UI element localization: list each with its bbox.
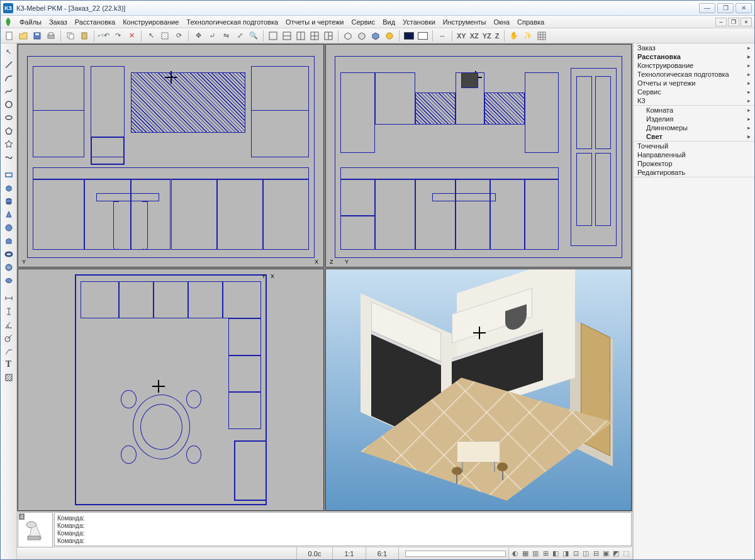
wireframe-icon[interactable] xyxy=(342,30,354,42)
axis-z-button[interactable]: Z xyxy=(494,32,501,40)
layout-3-icon[interactable] xyxy=(322,30,335,42)
dimension-radius-icon[interactable] xyxy=(3,332,15,344)
mdi-close-button[interactable]: × xyxy=(741,18,752,26)
prism-solid-icon[interactable] xyxy=(3,235,15,247)
arc-tool-icon[interactable] xyxy=(3,72,15,84)
redo-icon[interactable]: ↷ xyxy=(111,30,124,42)
new-file-icon[interactable] xyxy=(3,30,16,42)
sphere-solid-icon[interactable] xyxy=(3,221,15,234)
viewport-side[interactable]: Z Y xyxy=(325,44,632,267)
status-icon[interactable]: ◨ xyxy=(561,549,571,557)
grid-icon[interactable] xyxy=(535,30,548,42)
menu-service[interactable]: Сервис xyxy=(348,17,379,27)
menu-view[interactable]: Вид xyxy=(379,17,399,27)
menu-order[interactable]: Заказ xyxy=(45,17,71,27)
status-icon[interactable]: ◐ xyxy=(510,549,520,557)
sp-item-arrangement[interactable]: Расстановка▸ xyxy=(634,52,754,61)
status-icon[interactable]: ⬚ xyxy=(621,549,631,557)
ellipse-tool-icon[interactable] xyxy=(3,111,15,124)
cone-solid-icon[interactable] xyxy=(3,208,15,221)
save-file-icon[interactable] xyxy=(31,30,43,42)
viewport-top[interactable]: Y X xyxy=(18,269,324,511)
hatch-tool-icon[interactable] xyxy=(3,371,15,384)
status-icon[interactable]: ⊟ xyxy=(591,549,601,557)
rect-surface-icon[interactable] xyxy=(3,169,15,181)
menu-tech[interactable]: Технологическая подготовка xyxy=(182,17,282,27)
print-icon[interactable] xyxy=(45,30,57,42)
menu-settings[interactable]: Установки xyxy=(399,17,439,27)
color-bg-swatch[interactable] xyxy=(417,30,429,42)
layout-2v-icon[interactable] xyxy=(294,30,307,42)
status-icon[interactable]: ⊞ xyxy=(540,549,551,557)
line-tool-icon[interactable] xyxy=(3,59,15,71)
sp-item-reports[interactable]: Отчеты и чертежи▸ xyxy=(634,79,754,87)
sp-item-room[interactable]: Комната▸ xyxy=(634,106,754,115)
status-icon[interactable]: ▣ xyxy=(601,549,611,557)
menu-tools[interactable]: Инструменты xyxy=(439,17,490,27)
layout-2h-icon[interactable] xyxy=(281,30,293,42)
select-rect-icon[interactable] xyxy=(159,30,171,42)
axis-yz-button[interactable]: YZ xyxy=(481,32,493,40)
delete-icon[interactable]: ✕ xyxy=(125,30,138,42)
menu-files[interactable]: Файлы xyxy=(16,17,45,27)
hidden-line-icon[interactable] xyxy=(355,30,368,42)
sp-item-order[interactable]: Заказ▸ xyxy=(634,43,754,52)
revolve-solid-icon[interactable] xyxy=(3,261,15,274)
text-tool-icon[interactable]: T xyxy=(3,358,15,371)
sp-item-products[interactable]: Изделия▸ xyxy=(634,115,754,123)
zoom-extents-icon[interactable]: ⤢ xyxy=(233,30,246,42)
sp-item-long[interactable]: Длинномеры▸ xyxy=(634,123,754,132)
zoom-window-icon[interactable]: 🔍 xyxy=(247,30,260,42)
box-solid-icon[interactable] xyxy=(3,182,15,194)
status-icon[interactable]: ▥ xyxy=(530,549,540,557)
light-thumbnail[interactable]: 4 xyxy=(18,512,53,547)
leader-icon[interactable] xyxy=(3,345,15,357)
render-icon[interactable] xyxy=(383,30,396,42)
rotate-icon[interactable]: ⤾ xyxy=(206,30,218,42)
copy-icon[interactable] xyxy=(64,30,77,42)
status-icon[interactable]: ◫ xyxy=(581,549,591,557)
dimension-v-icon[interactable] xyxy=(3,305,15,318)
paste-icon[interactable] xyxy=(78,30,91,42)
polygon-tool-icon[interactable] xyxy=(3,125,15,137)
sp-item-light[interactable]: Свет▸ xyxy=(634,132,754,141)
axis-xy-button[interactable]: XY xyxy=(456,32,467,40)
viewport-front[interactable]: Y X xyxy=(18,44,324,267)
layout-1-icon[interactable] xyxy=(267,30,279,42)
torus-solid-icon[interactable] xyxy=(3,248,15,260)
color-fg-swatch[interactable] xyxy=(403,30,415,42)
window-minimize-button[interactable]: — xyxy=(699,3,715,13)
sp-item-k3[interactable]: К3▸ xyxy=(634,96,754,105)
menu-reports[interactable]: Отчеты и чертежи xyxy=(282,17,347,27)
menu-construction[interactable]: Конструирование xyxy=(119,17,182,27)
circle-tool-icon[interactable] xyxy=(3,98,15,111)
sp-item-service[interactable]: Сервис▸ xyxy=(634,87,754,96)
wand-icon[interactable]: ✨ xyxy=(522,30,534,42)
mdi-minimize-button[interactable]: – xyxy=(715,18,727,26)
sp-item-directional-light[interactable]: Направленный xyxy=(634,150,754,159)
viewport-3d[interactable] xyxy=(325,269,632,511)
menu-arrangement[interactable]: Расстановка xyxy=(71,17,119,27)
spline-tool-icon[interactable] xyxy=(3,85,15,98)
cursor-icon[interactable]: ↖ xyxy=(145,30,157,42)
status-icon[interactable]: ⊡ xyxy=(571,549,581,557)
status-icon[interactable]: ▦ xyxy=(520,549,530,557)
move-icon[interactable]: ✥ xyxy=(192,30,204,42)
undo-icon[interactable]: ↶ xyxy=(98,30,110,42)
pointer-tool-icon[interactable]: ↖ xyxy=(3,45,15,58)
mdi-restore-button[interactable]: ❐ xyxy=(728,18,739,26)
menu-windows[interactable]: Окна xyxy=(489,17,513,27)
refresh-icon[interactable]: ⟳ xyxy=(172,30,185,42)
sp-item-spotlight[interactable]: Прожектор xyxy=(634,159,754,168)
star-tool-icon[interactable] xyxy=(3,138,15,150)
freeform-tool-icon[interactable] xyxy=(3,151,15,164)
shaded-icon[interactable] xyxy=(369,30,382,42)
open-file-icon[interactable] xyxy=(17,30,30,42)
status-icon[interactable]: ◧ xyxy=(551,549,561,557)
sp-item-edit-light[interactable]: Редактировать xyxy=(634,168,754,177)
menu-help[interactable]: Справка xyxy=(513,17,548,27)
dimension-angle-icon[interactable] xyxy=(3,318,15,331)
sp-item-point-light[interactable]: Точечный xyxy=(634,142,754,150)
window-maximize-button[interactable]: ❐ xyxy=(717,3,734,13)
sp-item-tech[interactable]: Технологическая подготовка▸ xyxy=(634,70,754,79)
